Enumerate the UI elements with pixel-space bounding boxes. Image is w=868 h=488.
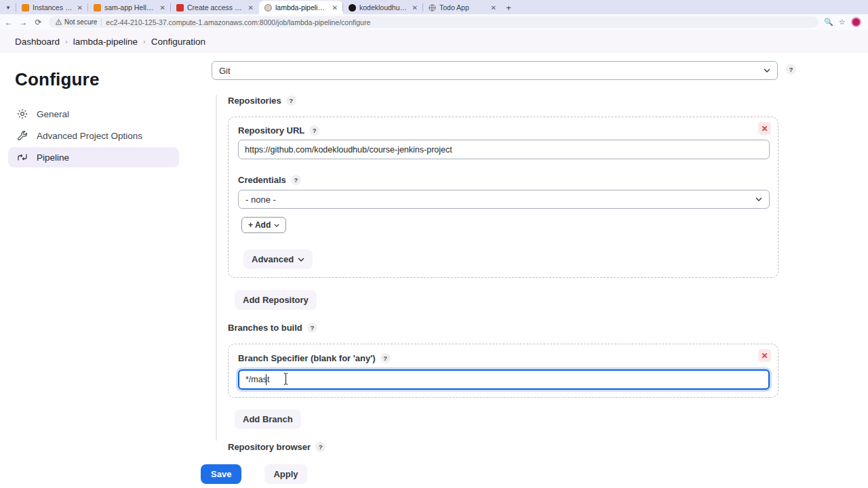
chevron-down-icon xyxy=(764,67,770,74)
help-icon[interactable]: ? xyxy=(315,442,326,452)
tab-title: sam-app HelloWorldFunction xyxy=(104,3,155,12)
tab-close-icon[interactable]: ✕ xyxy=(331,4,339,12)
add-repository-button[interactable]: Add Repository xyxy=(235,290,317,310)
tab-todo-app[interactable]: Todo App ✕ xyxy=(423,1,502,14)
delete-branch-icon[interactable]: ✕ xyxy=(758,349,771,362)
forward-icon[interactable]: → xyxy=(17,16,30,28)
repository-browser-label-text: Repository browser xyxy=(228,442,311,452)
tab-close-icon[interactable]: ✕ xyxy=(159,4,167,12)
tab-close-icon[interactable]: ✕ xyxy=(411,4,419,12)
tab-github-repo[interactable]: kodekloudhub/course-jenkins ✕ xyxy=(343,1,423,14)
wrench-icon xyxy=(16,129,28,142)
sidebar-item-pipeline[interactable]: Pipeline xyxy=(8,147,179,167)
branches-to-build-label: Branches to build ? xyxy=(228,323,317,333)
tab-iam[interactable]: Create access key | IAM | Global ✕ xyxy=(171,1,259,14)
back-icon[interactable]: ← xyxy=(2,16,15,28)
tab-title: lambda-pipeline Config [Jenki xyxy=(275,3,328,12)
add-repository-label: Add Repository xyxy=(243,295,309,305)
branch-card: ✕ Branch Specifier (blank for 'any') ? xyxy=(228,344,778,398)
repository-url-input[interactable] xyxy=(238,140,770,159)
chevron-down-icon xyxy=(298,258,304,262)
bottom-app-bar: Save Apply xyxy=(0,460,868,488)
breadcrumb: Dashboard › lambda-pipeline › Configurat… xyxy=(0,30,868,53)
tab-jenkins-config[interactable]: lambda-pipeline Config [Jenki ✕ xyxy=(259,1,343,14)
pipeline-icon xyxy=(16,151,28,163)
branch-specifier-input[interactable] xyxy=(238,369,770,390)
advanced-button[interactable]: Advanced xyxy=(243,249,313,269)
aws-ec2-icon xyxy=(22,4,29,12)
not-secure-chip[interactable]: Not secure xyxy=(56,18,102,26)
sidebar-item-label: Advanced Project Options xyxy=(37,131,142,141)
credentials-label-text: Credentials xyxy=(238,175,286,185)
globe-icon xyxy=(429,4,436,12)
profile-avatar[interactable] xyxy=(851,17,861,27)
ibeam-cursor-icon xyxy=(283,373,289,385)
sidebar-item-label: General xyxy=(37,109,69,119)
warning-icon xyxy=(56,19,62,25)
gear-icon xyxy=(16,108,28,120)
breadcrumb-configuration[interactable]: Configuration xyxy=(146,37,211,47)
help-icon[interactable]: ? xyxy=(309,125,319,136)
credentials-select[interactable]: - none - xyxy=(238,190,770,209)
tab-title: Create access key | IAM | Global xyxy=(187,3,243,12)
repository-browser-label: Repository browser ? xyxy=(228,442,326,452)
add-credentials-button[interactable]: + Add xyxy=(241,217,286,233)
repository-url-label-text: Repository URL xyxy=(238,125,304,136)
aws-iam-icon xyxy=(176,4,184,12)
scm-select-value: Git xyxy=(219,66,231,76)
repository-url-label: Repository URL ? xyxy=(238,125,319,136)
tab-title: Instances | EC2 | us-east-1 xyxy=(33,3,73,12)
tab-close-icon[interactable]: ✕ xyxy=(76,4,84,12)
page-title: Configure xyxy=(15,69,100,90)
add-branch-button[interactable]: Add Branch xyxy=(235,409,301,429)
branch-specifier-label-text: Branch Specifier (blank for 'any') xyxy=(238,353,376,363)
new-tab-button[interactable]: + xyxy=(502,1,515,14)
branch-specifier-label: Branch Specifier (blank for 'any') ? xyxy=(238,353,391,363)
tab-ec2[interactable]: Instances | EC2 | us-east-1 ✕ xyxy=(16,1,88,14)
tab-sam-app[interactable]: sam-app HelloWorldFunction ✕ xyxy=(88,1,171,14)
advanced-label: Advanced xyxy=(252,254,294,264)
repository-card: ✕ Repository URL ? Credentials ? - none … xyxy=(228,117,778,278)
delete-repository-icon[interactable]: ✕ xyxy=(758,122,771,135)
tab-title: Todo App xyxy=(439,3,486,12)
branches-label-text: Branches to build xyxy=(228,323,302,333)
help-icon[interactable]: ? xyxy=(786,64,796,75)
help-icon[interactable]: ? xyxy=(286,96,296,106)
text-caret xyxy=(266,374,267,385)
credentials-select-value: - none - xyxy=(245,195,276,205)
tab-close-icon[interactable]: ✕ xyxy=(490,4,498,12)
caret-down-icon xyxy=(274,224,279,227)
repositories-label: Repositories ? xyxy=(228,96,296,106)
credentials-label: Credentials ? xyxy=(238,175,301,185)
help-icon[interactable]: ? xyxy=(307,323,317,333)
apply-button[interactable]: Apply xyxy=(264,464,307,484)
github-icon xyxy=(349,4,356,12)
bookmark-star-icon[interactable]: ☆ xyxy=(839,18,846,26)
help-icon[interactable]: ? xyxy=(291,175,301,185)
section-indent-line xyxy=(216,95,217,441)
sidebar-item-label: Pipeline xyxy=(37,152,69,163)
address-bar[interactable]: Not secure ec2-44-210-125-37.compute-1.a… xyxy=(49,16,818,28)
repositories-label-text: Repositories xyxy=(228,96,281,106)
security-label: Not secure xyxy=(64,18,97,26)
zoom-icon[interactable]: 🔍 xyxy=(824,18,833,26)
scm-select[interactable]: Git xyxy=(212,61,778,80)
tab-search-chevron-icon[interactable]: ▾ xyxy=(0,1,16,14)
reload-icon[interactable]: ⟳ xyxy=(32,16,45,28)
aws-lambda-icon xyxy=(94,4,101,12)
breadcrumb-job[interactable]: lambda-pipeline xyxy=(68,37,143,47)
main-content: Configure General Advanced Project Optio… xyxy=(0,53,868,488)
browser-tab-strip: ▾ Instances | EC2 | us-east-1 ✕ sam-app … xyxy=(0,0,868,14)
url-text: ec2-44-210-125-37.compute-1.amazonaws.co… xyxy=(106,18,370,26)
tab-close-icon[interactable]: ✕ xyxy=(247,4,255,12)
help-icon[interactable]: ? xyxy=(380,353,391,363)
chevron-down-icon xyxy=(755,196,762,203)
tab-title: kodekloudhub/course-jenkins xyxy=(359,3,408,12)
breadcrumb-dashboard[interactable]: Dashboard xyxy=(9,37,65,47)
sidebar-item-general[interactable]: General xyxy=(8,104,179,124)
save-button[interactable]: Save xyxy=(201,464,241,484)
add-credentials-label: + Add xyxy=(248,220,271,230)
sidebar-item-advanced-project-options[interactable]: Advanced Project Options xyxy=(8,125,179,146)
add-branch-label: Add Branch xyxy=(243,414,293,424)
browser-toolbar: ← → ⟳ Not secure ec2-44-210-125-37.compu… xyxy=(0,14,868,30)
